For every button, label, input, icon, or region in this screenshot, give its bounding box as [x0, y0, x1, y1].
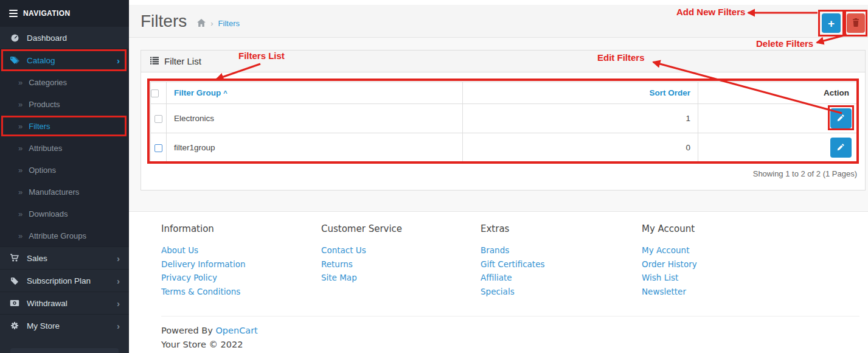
filter-list-panel: Filter List Filter Group^ Sort Order Act…	[141, 50, 866, 190]
annotation-delete-filters: Delete Filters	[756, 38, 813, 49]
breadcrumb-link-filters[interactable]: Filters	[218, 19, 240, 28]
footer: Information About Us Delivery Informatio…	[129, 211, 868, 353]
column-header-action: Action	[698, 82, 857, 104]
footer-link-delivery-information[interactable]: Delivery Information	[161, 259, 245, 269]
footer-column-my-account: My Account My Account Order History Wish…	[642, 223, 868, 298]
edit-button[interactable]	[830, 108, 852, 128]
sidebar-item-label: Attribute Groups	[29, 231, 86, 240]
double-chevron-icon: »	[18, 166, 23, 175]
sidebar-item-label: Options	[29, 166, 56, 175]
sidebar-item-withdrawal[interactable]: Withdrawal ›	[0, 292, 129, 314]
footer-link-affiliate[interactable]: Affiliate	[481, 273, 512, 282]
footer-link-newsletter[interactable]: Newsletter	[642, 287, 686, 296]
sidebar-item-my-store[interactable]: My Store ›	[0, 314, 129, 337]
home-icon[interactable]	[197, 18, 206, 29]
trash-icon	[852, 18, 859, 29]
footer-link-privacy-policy[interactable]: Privacy Policy	[161, 273, 217, 282]
footer-heading: My Account	[642, 223, 868, 234]
page-title: Filters	[141, 12, 187, 31]
footer-heading: Information	[161, 223, 321, 234]
sidebar-item-filters[interactable]: » Filters	[0, 115, 129, 137]
column-header-sort-order[interactable]: Sort Order	[649, 88, 690, 97]
footer-link-gift-certificates[interactable]: Gift Certificates	[481, 259, 544, 269]
sort-order-cell: 0	[463, 133, 698, 163]
footer-link-about-us[interactable]: About Us	[161, 245, 198, 255]
breadcrumb-separator: ›	[210, 19, 213, 28]
sidebar-item-sales[interactable]: Sales ›	[0, 246, 129, 269]
sort-asc-icon: ^	[223, 89, 227, 97]
cart-icon	[9, 254, 20, 262]
sidebar-item-dashboard[interactable]: Dashboard	[0, 27, 129, 49]
delete-button[interactable]	[847, 13, 865, 33]
footer-link-returns[interactable]: Returns	[321, 259, 353, 269]
powered-by: Powered By OpenCart Your Store © 2022	[161, 324, 868, 352]
sidebar-item-categories[interactable]: » Categories	[0, 71, 129, 93]
panel-body: Filter Group^ Sort Order Action Electron…	[141, 72, 865, 187]
sidebar-item-label: Attributes	[29, 144, 62, 153]
row-checkbox[interactable]	[155, 115, 162, 123]
filter-table: Filter Group^ Sort Order Action Electron…	[150, 82, 857, 163]
page-header: Filters › Filters	[129, 5, 868, 38]
sidebar-item-products[interactable]: » Products	[0, 93, 129, 115]
footer-divider	[161, 316, 859, 316]
footer-heading: Customer Service	[321, 223, 481, 234]
hamburger-icon[interactable]	[9, 10, 18, 17]
sidebar-item-label: Subscription Plan	[27, 276, 110, 285]
chevron-right-icon: ›	[117, 254, 120, 263]
dashboard-icon	[9, 33, 20, 43]
opencart-admin-filters-page: NAVIGATION Dashboard Catalog › » Categor…	[0, 0, 868, 353]
chevron-right-icon: ›	[117, 321, 120, 330]
sidebar-header: NAVIGATION	[0, 0, 129, 27]
footer-link-wish-list[interactable]: Wish List	[642, 273, 678, 282]
footer-link-specials[interactable]: Specials	[481, 287, 515, 296]
chevron-right-icon: ›	[117, 276, 120, 285]
sidebar-item-label: Products	[29, 100, 60, 109]
footer-link-brands[interactable]: Brands	[481, 245, 509, 255]
panel-title: Filter List	[164, 56, 201, 66]
filter-group-cell: filter1group	[167, 133, 463, 163]
sidebar-item-attribute-groups[interactable]: » Attribute Groups	[0, 225, 129, 246]
panel-heading: Filter List	[141, 51, 865, 72]
money-icon	[9, 299, 20, 307]
sidebar-item-downloads[interactable]: » Downloads	[0, 203, 129, 225]
sidebar-item-subscription-plan[interactable]: Subscription Plan ›	[0, 269, 129, 292]
sidebar-item-attributes[interactable]: » Attributes	[0, 137, 129, 159]
sidebar-item-label: Dashboard	[27, 33, 120, 43]
sort-order-cell: 1	[463, 104, 698, 133]
pencil-icon	[837, 143, 845, 153]
sidebar: NAVIGATION Dashboard Catalog › » Categor…	[0, 0, 129, 353]
add-new-button[interactable]: +	[822, 13, 841, 33]
footer-heading: Extras	[481, 223, 642, 234]
column-header-filter-group[interactable]: Filter Group	[174, 88, 221, 97]
double-chevron-icon: »	[18, 122, 23, 131]
footer-column-information: Information About Us Delivery Informatio…	[161, 223, 321, 298]
footer-link-terms-conditions[interactable]: Terms & Conditions	[161, 287, 240, 296]
footer-link-order-history[interactable]: Order History	[642, 259, 697, 269]
filter-group-cell: Electronics	[167, 104, 463, 133]
footer-link-my-account[interactable]: My Account	[642, 245, 689, 255]
copyright: Your Store © 2022	[161, 340, 243, 349]
gear-icon	[9, 321, 20, 330]
row-checkbox[interactable]	[155, 144, 162, 152]
opencart-link[interactable]: OpenCart	[215, 326, 257, 335]
footer-link-contact-us[interactable]: Contact Us	[321, 245, 366, 255]
table-row: Electronics 1	[151, 104, 857, 133]
sidebar-item-label: Filters	[29, 122, 50, 131]
sidebar-item-catalog[interactable]: Catalog ›	[0, 49, 129, 71]
catalog-submenu: » Categories » Products » Filters » Attr…	[0, 71, 129, 246]
sidebar-bottom-panel	[10, 348, 119, 353]
sidebar-item-label: Downloads	[29, 209, 68, 218]
select-all-checkbox[interactable]	[151, 89, 159, 97]
sidebar-item-options[interactable]: » Options	[0, 159, 129, 181]
sidebar-item-label: Categories	[29, 78, 67, 87]
sidebar-item-label: My Store	[27, 321, 110, 330]
tags-icon	[9, 56, 20, 65]
chevron-right-icon: ›	[117, 56, 120, 65]
tag-icon	[9, 277, 20, 285]
list-icon	[150, 56, 159, 66]
sidebar-item-manufacturers[interactable]: » Manufacturers	[0, 181, 129, 203]
double-chevron-icon: »	[18, 78, 23, 87]
edit-button[interactable]	[830, 138, 852, 158]
footer-column-extras: Extras Brands Gift Certificates Affiliat…	[481, 223, 642, 298]
footer-link-site-map[interactable]: Site Map	[321, 273, 357, 282]
